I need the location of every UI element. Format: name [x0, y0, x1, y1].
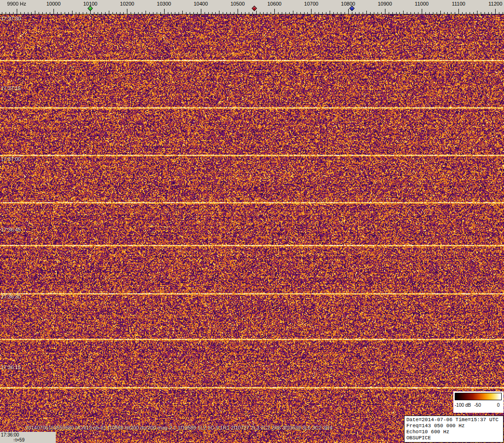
ruler-tick — [57, 12, 58, 14]
ruler-tick — [2, 12, 2, 14]
ruler-tick — [123, 12, 124, 14]
ruler-tick — [208, 12, 209, 14]
ruler-tick — [341, 12, 341, 14]
ruler-tick — [392, 12, 393, 14]
ruler-tick — [318, 12, 319, 14]
ruler-tick — [389, 12, 389, 14]
ruler-tick — [157, 12, 157, 14]
marker-red-diamond-icon[interactable] — [252, 6, 257, 11]
ruler-tick — [274, 9, 275, 14]
marker-blue-diamond-icon[interactable] — [349, 6, 354, 11]
ruler-freq-label: 11100 — [452, 1, 465, 7]
db-color-legend: -100 dB -50 0 — [453, 391, 504, 413]
time-label: 17:36:15 — [1, 364, 21, 370]
ruler-tick — [72, 11, 73, 14]
ruler-freq-label: 10600 — [267, 1, 282, 7]
marker-green-diamond-icon[interactable] — [88, 6, 93, 11]
ruler-tick — [212, 12, 212, 14]
ruler-tick — [333, 12, 334, 14]
ruler-freq-label: 10000 — [46, 1, 61, 7]
ruler-tick — [447, 12, 448, 14]
ruler-tick — [422, 9, 422, 14]
ruler-tick — [252, 12, 253, 14]
ruler-tick — [53, 9, 54, 14]
ruler-tick — [263, 12, 264, 14]
ruler-tick — [61, 12, 61, 14]
time-label: 17:37:30 — [1, 16, 21, 21]
time-label: 17:36:30 — [1, 294, 21, 299]
ruler-tick — [98, 12, 98, 14]
ruler-tick — [451, 12, 451, 14]
ruler-tick — [46, 12, 46, 14]
ruler-tick — [164, 9, 165, 14]
ruler-tick — [503, 12, 503, 14]
ruler-tick — [462, 12, 463, 14]
ruler-tick — [42, 12, 43, 14]
ruler-tick — [138, 12, 139, 14]
ruler-tick — [466, 12, 466, 14]
ruler-freq-label: 10200 — [120, 1, 134, 7]
ruler-tick — [455, 12, 455, 14]
ruler-tick — [411, 12, 411, 14]
ruler-tick — [370, 12, 371, 14]
time-offset-label: ↑t+59 — [13, 437, 25, 443]
ruler-tick — [65, 12, 65, 14]
ruler-tick — [160, 12, 161, 14]
legend-max-label: 0 — [497, 403, 500, 408]
ruler-freq-label: 10400 — [194, 1, 208, 7]
ruler-tick — [307, 12, 308, 14]
ruler-tick — [113, 12, 113, 14]
ruler-tick — [473, 12, 474, 14]
ruler-tick — [278, 12, 279, 14]
ruler-tick — [31, 12, 32, 14]
ruler-tick — [76, 12, 76, 14]
ruler-tick — [94, 12, 94, 14]
ruler-freq-label: 10900 — [378, 1, 392, 7]
ruler-tick — [197, 12, 198, 14]
ruler-tick — [359, 12, 359, 14]
ruler-tick — [407, 12, 407, 14]
ruler-tick — [175, 12, 175, 14]
ruler-tick — [134, 12, 135, 14]
frequency-ruler[interactable]: 9900 Hz100001010010200103001040010500106… — [0, 0, 504, 14]
ruler-tick — [399, 12, 400, 14]
ruler-tick — [127, 9, 127, 14]
bottom-status-strip: 17:36:00 ↑t+59 — [0, 432, 56, 443]
ruler-tick — [179, 12, 179, 14]
ruler-tick — [219, 11, 219, 14]
ruler-tick — [238, 9, 238, 14]
legend-min-label: -100 dB — [455, 403, 471, 408]
ruler-tick — [297, 12, 297, 14]
ruler-tick — [20, 12, 21, 14]
info-station-line: OBSUPICE — [406, 435, 501, 441]
ruler-tick — [355, 12, 356, 14]
ruler-freq-label: 10700 — [304, 1, 318, 7]
ruler-tick — [374, 12, 374, 14]
ruler-tick — [241, 12, 242, 14]
ruler-tick — [352, 12, 352, 14]
ruler-tick — [481, 12, 481, 14]
ruler-tick — [79, 12, 80, 14]
ruler-tick — [193, 12, 194, 14]
ruler-tick — [477, 11, 477, 14]
ruler-tick — [142, 12, 142, 14]
legend-mid-label: -50 — [474, 403, 481, 408]
ruler-tick — [201, 9, 201, 14]
ruler-tick — [171, 12, 172, 14]
ruler-tick — [345, 12, 345, 14]
ruler-tick — [381, 12, 382, 14]
ruler-tick — [433, 12, 433, 14]
ruler-tick — [311, 9, 312, 14]
ruler-tick — [414, 12, 415, 14]
spectrogram-canvas[interactable] — [0, 14, 504, 443]
ruler-tick — [109, 11, 109, 14]
ruler-tick — [458, 9, 459, 14]
ruler-tick — [315, 12, 315, 14]
time-label: 17:37:15 — [1, 86, 21, 91]
info-echo-line: Echo=10 600 Hz — [406, 429, 501, 435]
ruler-tick — [24, 12, 25, 14]
ruler-tick — [68, 12, 69, 14]
info-freq-line: Freq=143 050 000 Hz — [406, 423, 501, 429]
ruler-tick — [300, 12, 301, 14]
ruler-tick — [256, 11, 257, 14]
